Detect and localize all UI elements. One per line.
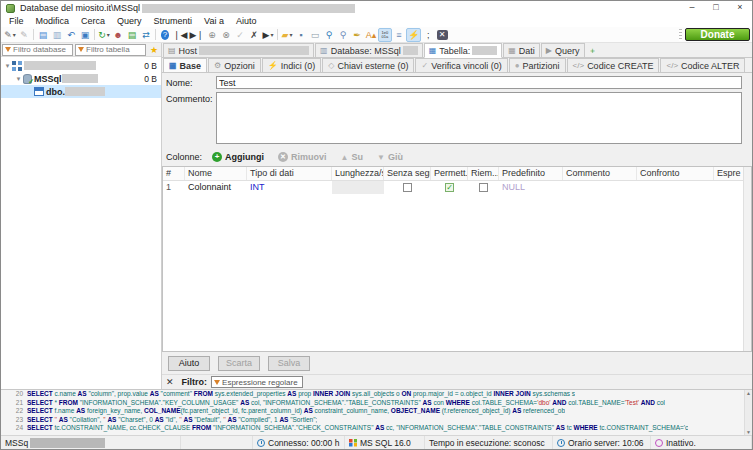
tab-host[interactable]: ▤Host bbox=[163, 43, 314, 57]
toolbar-semicolon-icon[interactable]: ; bbox=[421, 28, 435, 42]
minimize-button[interactable]: – bbox=[680, 1, 704, 15]
toolbar-export-file-icon[interactable]: ▤ bbox=[125, 28, 139, 42]
subtab-partitions[interactable]: ●Partizioni bbox=[509, 58, 566, 72]
toolbar-wrap-lines-icon[interactable]: ≡ bbox=[392, 28, 406, 42]
grid-header-commento[interactable]: Commento bbox=[563, 167, 637, 180]
move-down-button[interactable]: ▼ Giù bbox=[377, 152, 403, 162]
comment-textarea[interactable] bbox=[216, 92, 742, 144]
sql-log-line[interactable]: 21SELECT * FROM "INFORMATION_SCHEMA"."KE… bbox=[1, 399, 752, 408]
donate-button[interactable]: Donate bbox=[685, 28, 750, 41]
toolbar-copy-icon[interactable]: ▤ bbox=[36, 28, 50, 42]
discard-button[interactable]: Scarta bbox=[218, 356, 260, 371]
close-filter-icon[interactable]: ✕ bbox=[166, 377, 174, 387]
tree-node-database[interactable]: ▾MSSql0 B bbox=[1, 72, 161, 85]
cell-comment[interactable] bbox=[563, 181, 637, 194]
toolbar-find-replace-icon[interactable]: ⚲ bbox=[336, 28, 350, 42]
grid-scrollbar[interactable] bbox=[743, 167, 751, 351]
cell-default[interactable]: NULL bbox=[499, 181, 563, 194]
toolbar-drag-handle[interactable] bbox=[679, 29, 682, 41]
toolbar-run-query-icon[interactable]: ▶▾ bbox=[261, 28, 275, 42]
tab-data[interactable]: ▦Dati bbox=[503, 43, 540, 57]
menu-query[interactable]: Query bbox=[111, 15, 148, 27]
toolbar-load-file-icon[interactable]: ▰▾ bbox=[280, 28, 294, 42]
save-button[interactable]: Salva bbox=[268, 356, 310, 371]
scroll-down-icon[interactable]: ▼ bbox=[746, 429, 751, 435]
toolbar-last-record-icon[interactable]: ▶❘ bbox=[188, 28, 204, 42]
tab-database[interactable]: ▥Database: MSSql bbox=[315, 43, 423, 57]
toolbar-stop-icon[interactable]: ✕ bbox=[435, 28, 449, 42]
toolbar-reformat-icon[interactable]: ⚡ bbox=[406, 28, 421, 42]
favorites-star-icon[interactable]: ★ bbox=[147, 45, 161, 55]
sql-log-line[interactable]: 22SELECT f.name AS foreign_key_name, COL… bbox=[1, 407, 752, 416]
toolbar-session-manager-icon[interactable]: ✎▾ bbox=[3, 28, 17, 42]
toolbar-cancel-record-icon[interactable]: ⊗ bbox=[219, 28, 233, 42]
subtab-create-code[interactable]: </>Codice CREATE bbox=[567, 58, 660, 72]
toolbar-paste-icon[interactable]: ▥ bbox=[50, 28, 64, 42]
move-up-button[interactable]: ▲ Su bbox=[341, 152, 363, 162]
log-scrollbar[interactable]: ▲▼ bbox=[744, 390, 752, 435]
sql-log-line[interactable]: 20SELECT c.name AS "column", prop.value … bbox=[1, 390, 752, 399]
subtab-options[interactable]: ⚙Opzioni bbox=[208, 58, 261, 72]
cell-num[interactable]: 1 bbox=[163, 181, 185, 194]
grid-header-espre[interactable]: Espre bbox=[714, 167, 746, 180]
cell-length[interactable] bbox=[332, 181, 384, 194]
zerofill-checkbox[interactable] bbox=[479, 183, 488, 192]
log-filter-input[interactable]: Espressione regolare bbox=[211, 376, 303, 388]
toolbar-refresh-icon[interactable]: ↻▾ bbox=[97, 28, 111, 42]
cell-expression[interactable] bbox=[714, 181, 746, 194]
menu-strumenti[interactable]: Strumenti bbox=[148, 15, 199, 27]
grid-header-[interactable]: # bbox=[163, 167, 185, 180]
sql-log-line[interactable]: 24SELECT tc.CONSTRAINT_NAME, cc.CHECK_CL… bbox=[1, 424, 752, 433]
grid-header-lunghezza-set[interactable]: Lunghezza/set bbox=[332, 167, 384, 180]
toolbar-undo-icon[interactable]: ↶ bbox=[64, 28, 78, 42]
grid-header-riem[interactable]: Riem... bbox=[468, 167, 499, 180]
toolbar-data-flow-icon[interactable]: ⇄ bbox=[139, 28, 153, 42]
toolbar-delete-record-icon[interactable]: ✗ bbox=[247, 28, 261, 42]
cell-name[interactable]: Colonnaint bbox=[185, 181, 247, 194]
toolbar-monitor-icon[interactable]: ▭ bbox=[308, 28, 322, 42]
menu-aiuto[interactable]: Aiuto bbox=[230, 15, 263, 27]
name-input[interactable] bbox=[216, 76, 742, 89]
close-button[interactable]: × bbox=[728, 1, 752, 15]
new-query-tab-button[interactable]: ＋ bbox=[586, 44, 600, 57]
allow-null-checkbox[interactable]: ✓ bbox=[445, 183, 454, 192]
unsigned-checkbox[interactable] bbox=[403, 183, 412, 192]
toolbar-print-icon[interactable]: ▣ bbox=[78, 28, 92, 42]
subtab-check-constraints[interactable]: ✓Verifica vincoli (0) bbox=[415, 58, 507, 72]
maximize-button[interactable]: □ bbox=[704, 1, 728, 15]
tree-expander-icon[interactable]: ▾ bbox=[3, 62, 12, 70]
subtab-indexes[interactable]: ⚡Indici (0) bbox=[262, 58, 322, 72]
database-filter-input[interactable]: Filtro database bbox=[2, 44, 73, 56]
cell-collation[interactable] bbox=[637, 181, 714, 194]
toolbar-post-record-icon[interactable]: ✓ bbox=[233, 28, 247, 42]
toolbar-help-icon[interactable]: ? bbox=[158, 28, 172, 42]
subtab-base[interactable]: ▦Base bbox=[163, 58, 207, 72]
menu-cerca[interactable]: Cerca bbox=[75, 15, 111, 27]
toolbar-search-icon[interactable]: ⚲ bbox=[322, 28, 336, 42]
tree-node-server[interactable]: ▾0 B bbox=[1, 59, 161, 72]
toolbar-case-warning-icon[interactable]: A▴ bbox=[364, 28, 378, 42]
toolbar-user-manager-icon[interactable]: ☻ bbox=[111, 28, 125, 42]
toolbar-save-file-icon[interactable]: ▪ bbox=[294, 28, 308, 42]
table-row[interactable]: 1ColonnaintINT✓NULL bbox=[163, 181, 751, 194]
table-filter-input[interactable]: Filtro tabella bbox=[75, 44, 146, 56]
toolbar-first-record-icon[interactable]: ❘◀ bbox=[172, 28, 188, 42]
toolbar-insert-record-icon[interactable]: ⊕ bbox=[205, 28, 219, 42]
subtab-alter-code[interactable]: </>Codice ALTER bbox=[660, 58, 745, 72]
toolbar-format-brush-icon[interactable]: ✒ bbox=[350, 28, 364, 42]
sql-log-panel[interactable]: ▲▼ 20SELECT c.name AS "column", prop.val… bbox=[1, 389, 752, 435]
menu-modifica[interactable]: Modifica bbox=[30, 15, 76, 27]
add-column-button[interactable]: + Aggiungi bbox=[212, 152, 264, 162]
grid-header-tipo-di-dati[interactable]: Tipo di dati bbox=[247, 167, 332, 180]
grid-header-predefinito[interactable]: Predefinito bbox=[499, 167, 563, 180]
subtab-foreign-keys[interactable]: ◇Chiavi esterne (0) bbox=[322, 58, 414, 72]
remove-column-button[interactable]: ✕ Rimuovi bbox=[278, 152, 327, 162]
cell-type[interactable]: INT bbox=[247, 181, 332, 194]
menu-vai-a[interactable]: Vai a bbox=[198, 15, 230, 27]
grid-header-senza-segno[interactable]: Senza segno bbox=[384, 167, 431, 180]
tab-query[interactable]: ▶Query bbox=[541, 43, 585, 57]
grid-header-nome[interactable]: Nome bbox=[185, 167, 247, 180]
help-button[interactable]: Aiuto bbox=[168, 356, 210, 371]
sql-log-line[interactable]: 23SELECT '' AS "Collation", '' AS "Chars… bbox=[1, 416, 752, 425]
menu-file[interactable]: File bbox=[3, 15, 30, 27]
